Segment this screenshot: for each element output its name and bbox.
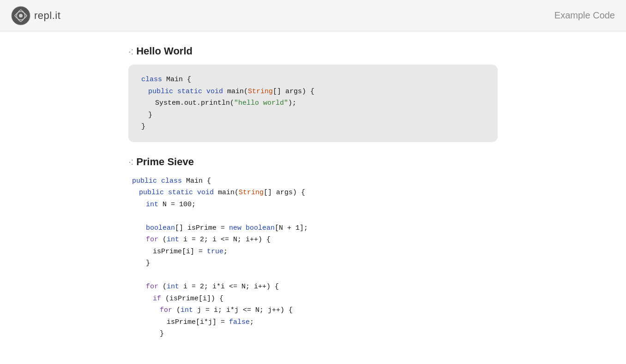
code-line: public static void main(String[] args) { [139,187,498,199]
code-line: isPrime[i] = true; [153,246,498,258]
code-line: class Main { [141,74,485,86]
blank-line [132,210,498,222]
hello-world-section: Hello World class Main { public static v… [128,45,498,142]
code-line: for (int i = 2; i <= N; i++) { [146,234,498,246]
logo-area: repl.it [11,6,60,25]
prime-sieve-code-block: public class Main { public static void m… [128,175,498,340]
code-line: isPrime[i*j] = false; [167,316,498,328]
code-line: if (isPrime[i]) { [153,293,498,305]
keyword: class [141,76,162,84]
hello-world-title: Hello World [128,45,498,57]
code-line: } [160,328,498,340]
code-line: public static void main(String[] args) { [148,86,485,98]
code-line: for (int j = i; i*j <= N; j++) { [160,304,498,316]
svg-point-1 [19,14,23,18]
code-line: } [146,257,498,269]
prime-sieve-section: Prime Sieve public class Main { public s… [128,156,498,340]
hello-world-code-block: class Main { public static void main(Str… [128,65,498,142]
logo-text: repl.it [34,10,60,22]
main-content: Hello World class Main { public static v… [0,31,626,364]
replit-logo-icon [11,6,30,25]
code-line: } [141,121,485,133]
header-title: Example Code [554,10,615,21]
app-header: repl.it Example Code [0,0,626,31]
prime-sieve-title: Prime Sieve [128,156,498,168]
code-line: System.out.println("hello world"); [155,97,485,109]
code-line: boolean[] isPrime = new boolean[N + 1]; [146,222,498,234]
code-line: int N = 100; [146,199,498,211]
code-line: } [148,109,485,121]
code-line: for (int i = 2; i*i <= N; i++) { [146,281,498,293]
code-line: public class Main { [132,175,498,187]
blank-line [132,269,498,281]
